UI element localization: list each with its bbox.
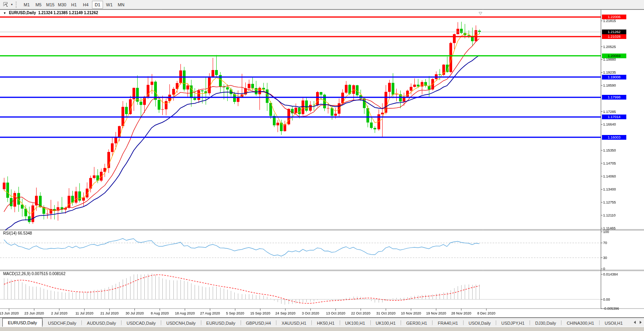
status-bar (0, 327, 644, 331)
macd-axis-tick: 0.00 (603, 298, 610, 301)
x-axis-date-label: 31 Oct 2020 (376, 311, 396, 315)
chart-ohlc-values: 1.21324 1.21385 1.21149 1.21262 (38, 11, 98, 15)
x-axis-date-label: 13 Jun 2020 (0, 311, 19, 315)
price-axis-tick: 1.12110 (603, 213, 616, 217)
timeframe-toolbar: ▾ M1M5M15M30H1H4D1W1MN (0, 0, 644, 9)
x-axis-date-label: 2 Jul 2020 (51, 311, 68, 315)
x-axis-date-label: 15 Sep 2020 (250, 311, 270, 315)
level-price-badge: 1.21028 (602, 34, 626, 39)
x-axis-date-label: 28 Nov 2020 (451, 311, 471, 315)
price-chart-canvas[interactable] (0, 9, 644, 318)
x-axis-date-label: 18 Aug 2020 (175, 311, 195, 315)
chart-tab-china300-h1[interactable]: CHINA300,H1 (561, 319, 599, 327)
level-price-badge: 1.22006 (602, 15, 626, 19)
x-axis-date-label: 8 Dec 2020 (477, 311, 495, 315)
cursor-dropdown-caret-icon[interactable]: ▾ (9, 3, 14, 6)
price-axis-tick: 1.17285 (603, 110, 616, 114)
chart-tab-xauusd-h1[interactable]: XAUUSD,H1 (276, 319, 311, 327)
price-axis-tick: 1.20525 (603, 45, 616, 49)
level-price-badge: 1.17014 (602, 115, 626, 119)
chart-tab-usdcad-daily[interactable]: USDCAD,Daily (121, 319, 161, 327)
tab-scroll-left-icon[interactable] (634, 321, 636, 324)
chart-tab-usdchf-daily[interactable]: USDCHF,Daily (43, 319, 81, 327)
chart-tab-bar: EURUSD,DailyUSDCHF,DailyAUDUSD,DailyUSDC… (0, 318, 644, 327)
chart-tab-usdjpy-h1[interactable]: USDJPY,H1 (496, 319, 530, 327)
chart-tab-eurusd-daily[interactable]: EURUSD,Daily (201, 319, 241, 327)
tab-scroll-controls (634, 318, 644, 327)
macd-axis-tick: 0.014384 (603, 272, 618, 276)
chart-tab-uk100-h1[interactable]: UK100,H1 (371, 319, 401, 327)
level-price-badge: 1.19008 (602, 75, 626, 80)
toolbar-grip[interactable] (16, 2, 18, 8)
x-axis-date-label: 11 Jul 2020 (75, 311, 94, 315)
chart-tab-uk100-h1[interactable]: UK100,H1 (340, 319, 370, 327)
chart-tab-gbpusd-h4[interactable]: GBPUSD,H4 (241, 319, 276, 327)
timeframe-button-m5[interactable]: M5 (33, 1, 44, 9)
price-axis-tick: 1.14705 (603, 161, 616, 165)
chart-tabs: EURUSD,DailyUSDCHF,DailyAUDUSD,DailyUSDC… (0, 318, 628, 327)
chart-collapse-triangle-icon[interactable]: ▼ (3, 11, 6, 15)
x-axis-date-label: 23 Jun 2020 (24, 311, 44, 315)
rsi-indicator-label: RSI(14) 66.5348 (3, 231, 32, 235)
x-axis-date-label: 10 Nov 2020 (401, 311, 421, 315)
x-axis-date-label: 27 Aug 2020 (200, 311, 220, 315)
x-axis-date-label: 5 Sep 2020 (226, 311, 244, 315)
price-axis-tick: 1.18590 (603, 83, 616, 87)
rsi-axis-tick: 0 (603, 267, 605, 271)
level-price-badge: 1.16003 (602, 135, 626, 140)
x-axis-date-label: 19 Nov 2020 (426, 311, 446, 315)
rsi-axis-tick: 70 (603, 241, 607, 245)
rsi-axis-tick: 30 (603, 256, 607, 260)
rsi-axis-tick: 100 (603, 230, 609, 234)
timeframe-buttons: M1M5M15M30H1H4D1W1MN (21, 1, 127, 9)
price-axis-tick: 1.21815 (603, 19, 616, 23)
price-axis-tick: 1.19235 (603, 70, 616, 74)
chart-title: ▼ EURUSD,Daily 1.21324 1.21385 1.21149 1… (3, 11, 98, 15)
chart-tab-ger30-h1[interactable]: GER30,H1 (401, 319, 432, 327)
x-axis-date-label: 8 Aug 2020 (151, 311, 169, 315)
chart-tab-hk50-h1[interactable]: HK50,H1 (312, 319, 340, 327)
current-price-badge: 1.21262 (602, 30, 626, 34)
timeframe-button-m30[interactable]: M30 (57, 1, 68, 9)
tab-scroll-right-icon[interactable] (640, 321, 642, 324)
x-axis-date-label: 3 Oct 2020 (302, 311, 319, 315)
x-axis-date-label: 24 Sep 2020 (275, 311, 295, 315)
x-axis-date-label: 21 Jul 2020 (100, 311, 119, 315)
price-axis-tick: 1.13400 (603, 187, 616, 191)
level-price-badge: 1.20069 (602, 54, 626, 58)
chart-tab-usoil-daily[interactable]: USOil,Daily (464, 319, 496, 327)
chart-cursor-icon[interactable] (2, 1, 9, 8)
timeframe-button-m15[interactable]: M15 (45, 1, 56, 9)
trading-terminal-window: ▾ M1M5M15M30H1H4D1W1MN ▼ EURUSD,Daily 1.… (0, 0, 644, 331)
x-axis-date-label: 13 Oct 2020 (326, 311, 345, 315)
timeframe-button-m1[interactable]: M1 (21, 1, 32, 9)
timeframe-button-h4[interactable]: H4 (80, 1, 91, 9)
level-price-badge: 1.17998 (602, 95, 626, 100)
price-axis-tick: 1.19880 (603, 57, 616, 61)
chart-tab-audusd-daily[interactable]: AUDUSD,Daily (82, 319, 121, 327)
timeframe-button-h1[interactable]: H1 (68, 1, 79, 9)
x-axis-date-label: 22 Oct 2020 (351, 311, 370, 315)
timeframe-button-mn[interactable]: MN (116, 1, 127, 9)
price-axis-tick: 1.12755 (603, 200, 616, 204)
chart-tab-usdcnh-daily[interactable]: USDCNH,Daily (161, 319, 201, 327)
price-axis-tick: 1.14060 (603, 174, 616, 178)
macd-indicator-label: MACD(12,26,9) 0.007515 0.008162 (3, 272, 65, 276)
x-axis-date-label: 30 Jul 2020 (125, 311, 144, 315)
price-axis-tick: 1.15350 (603, 148, 616, 152)
chart-tab-fra40-h1[interactable]: FRA40,H1 (432, 319, 463, 327)
timeframe-button-d1[interactable]: D1 (92, 1, 103, 9)
chart-symbol-label: EURUSD,Daily (9, 11, 36, 15)
chart-tab-dj30-daily[interactable]: DJ30,Daily (530, 319, 561, 327)
chart-tab-eurusd-daily[interactable]: EURUSD,Daily (2, 318, 42, 327)
timeframe-button-w1[interactable]: W1 (104, 1, 115, 9)
chart-tab-usoil-h1[interactable]: USOil,H1 (600, 319, 628, 327)
price-axis-tick: 1.16640 (603, 122, 616, 126)
macd-axis-tick: -0.005396 (603, 307, 619, 311)
